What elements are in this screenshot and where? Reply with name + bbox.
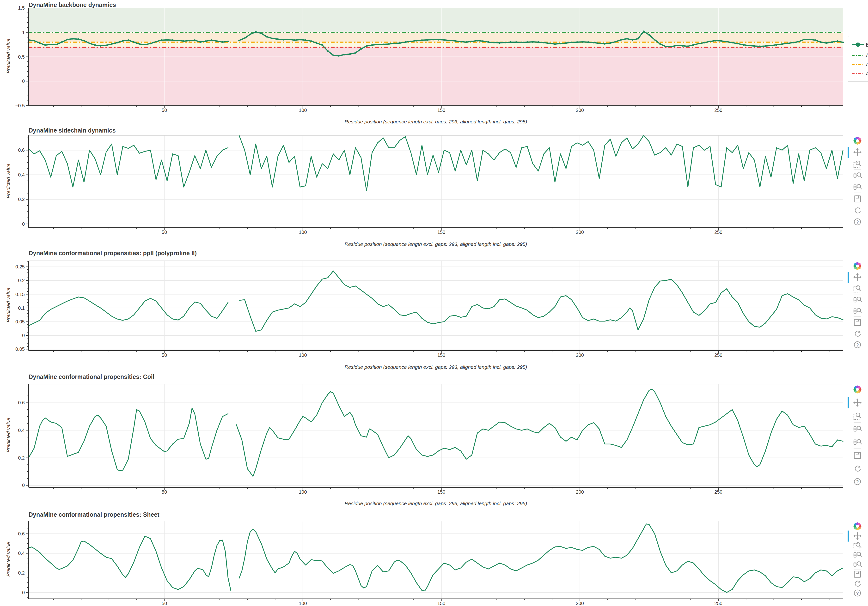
modebar-box-zoom-tool-icon[interactable]: [854, 286, 861, 292]
series-marker: [294, 39, 295, 41]
y-tick-label: 0: [22, 333, 25, 338]
y-tick-label: 0.6: [18, 400, 25, 405]
modebar-zoom-in-tool-icon[interactable]: [854, 173, 862, 178]
modebar-zoom-in-tool-icon[interactable]: [854, 426, 862, 431]
modebar-zoom-out-tool-icon[interactable]: [854, 439, 862, 445]
x-tick-label: 250: [714, 230, 722, 235]
series-marker: [670, 46, 672, 47]
modebar-pan-tool-icon[interactable]: [853, 532, 862, 540]
modebar-help-icon[interactable]: ?: [854, 219, 860, 225]
modebar-pan-tool-icon[interactable]: [853, 399, 862, 407]
series-marker: [377, 44, 378, 45]
chart-title-coil: DynaMine conformational propensities: Co…: [29, 374, 155, 380]
modebar-download-plot-icon[interactable]: [854, 319, 860, 326]
series-marker: [45, 44, 46, 46]
series-marker: [183, 40, 185, 42]
series-marker: [443, 39, 445, 41]
y-tick-label: 0.05: [16, 319, 25, 325]
legend-entry-label: A: [866, 71, 868, 77]
series-marker: [587, 41, 589, 43]
modebar-reset-axes-icon[interactable]: [855, 465, 860, 471]
series-marker: [127, 39, 129, 41]
series-line: [29, 408, 228, 471]
y-tick-label: 0: [22, 590, 25, 595]
modebar-reset-axes-icon[interactable]: [855, 207, 860, 213]
x-tick-label: 200: [576, 230, 584, 235]
series-marker: [776, 44, 777, 46]
series-marker: [200, 41, 201, 43]
series-marker: [803, 39, 805, 40]
y-tick-label: 0.2: [18, 196, 25, 202]
y-tick-label: 1.5: [18, 5, 25, 11]
series-marker: [194, 39, 196, 41]
series-marker: [754, 45, 755, 47]
series-marker: [161, 39, 162, 41]
series-marker: [449, 40, 451, 41]
threshold-band: [29, 47, 843, 106]
series-marker: [83, 40, 85, 42]
series-marker: [189, 40, 190, 42]
series-marker: [205, 40, 207, 42]
series-marker: [465, 41, 467, 43]
series-marker: [565, 42, 567, 44]
series-marker: [100, 45, 101, 46]
x-tick-label: 200: [576, 352, 584, 358]
modebar-box-zoom-tool-icon[interactable]: [854, 543, 861, 549]
y-axis-title-coil: Predicted value: [6, 418, 11, 453]
modebar-help-icon[interactable]: ?: [854, 590, 860, 596]
modebar-reset-axes-icon[interactable]: [855, 580, 860, 586]
modebar-zoom-in-tool-icon[interactable]: [854, 297, 862, 302]
modebar-reset-axes-icon[interactable]: [855, 330, 860, 336]
modebar-active-indicator: [848, 530, 849, 542]
modebar: ?: [848, 137, 862, 225]
series-marker: [654, 39, 656, 40]
modebar-zoom-out-tool-icon[interactable]: [854, 561, 862, 567]
modebar-pan-tool-icon[interactable]: [853, 273, 862, 281]
series-marker: [482, 40, 484, 42]
series-marker: [826, 42, 827, 44]
series-marker: [626, 38, 628, 40]
series-marker: [765, 45, 766, 47]
series-marker: [172, 39, 174, 41]
series-marker: [33, 40, 35, 42]
series-marker: [820, 41, 822, 43]
modebar-zoom-out-tool-icon[interactable]: [854, 184, 862, 190]
series-marker: [371, 44, 373, 46]
modebar-help-icon[interactable]: ?: [854, 479, 860, 485]
series-marker: [211, 39, 212, 41]
series-marker: [249, 33, 251, 35]
y-tick-label: 0.1: [18, 305, 25, 311]
series-marker: [787, 42, 789, 44]
modebar-help-icon[interactable]: ?: [854, 342, 860, 348]
svg-text:?: ?: [856, 591, 859, 596]
series-marker: [399, 42, 401, 44]
modebar-download-plot-icon[interactable]: [854, 571, 860, 577]
chart-2: 501001502002500.250.20.150.10.050−0.05?: [12, 261, 862, 358]
series-marker: [510, 41, 512, 43]
modebar-box-zoom-tool-icon[interactable]: [854, 413, 861, 419]
series-marker: [299, 39, 301, 40]
x-axis-title-ppii: Residue position (sequence length excl. …: [0, 365, 868, 369]
legend-sample-marker: [856, 42, 860, 47]
x-axis-title-backbone: Residue position (sequence length excl. …: [0, 119, 868, 124]
series-marker: [366, 45, 367, 47]
modebar-box-zoom-tool-icon[interactable]: [854, 161, 861, 168]
series-marker: [394, 42, 395, 44]
series-marker: [737, 43, 739, 45]
modebar-download-plot-icon[interactable]: [854, 452, 860, 459]
x-tick-label: 100: [299, 230, 307, 235]
series-marker: [166, 39, 168, 41]
modebar-zoom-in-tool-icon[interactable]: [854, 552, 862, 558]
series-marker: [648, 34, 650, 36]
modebar-zoom-out-tool-icon[interactable]: [854, 308, 862, 314]
series-marker: [488, 41, 489, 43]
chart-title-sheet: DynaMine conformational propensities: Sh…: [29, 512, 160, 518]
x-tick-label: 200: [576, 108, 584, 113]
series-marker: [476, 40, 478, 42]
series-marker: [615, 41, 617, 42]
modebar-pan-tool-icon[interactable]: [853, 148, 862, 156]
modebar-plotly-logo-icon: [854, 386, 862, 394]
modebar-download-plot-icon[interactable]: [854, 196, 860, 202]
series-marker: [698, 43, 700, 45]
series-marker: [277, 39, 279, 40]
